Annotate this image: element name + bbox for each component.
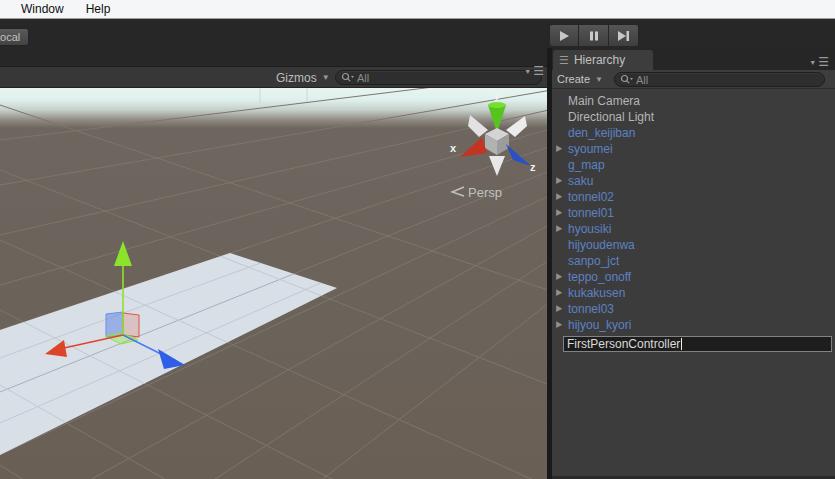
hierarchy-item[interactable]: ▶tonnel01: [552, 205, 835, 221]
rename-input[interactable]: FirstPersonController: [563, 336, 832, 352]
expand-arrow-icon[interactable]: ▶: [552, 220, 564, 238]
expand-arrow-icon[interactable]: ▶: [552, 172, 564, 190]
local-pivot-button[interactable]: Local: [0, 28, 29, 46]
hierarchy-item-label: tonnel03: [564, 302, 614, 316]
menu-window[interactable]: Window: [10, 0, 75, 18]
hierarchy-panel: ☰ Hierarchy ▼☰ Create ▼ All ▶Main Camera…: [552, 48, 835, 479]
hierarchy-item[interactable]: ▶hyousiki: [552, 221, 835, 237]
hierarchy-search-input[interactable]: All: [614, 72, 825, 87]
text-cursor: [681, 338, 682, 350]
hierarchy-item-label: hijyoudenwa: [564, 238, 635, 252]
hierarchy-item-label: Directional Light: [564, 110, 654, 124]
expand-arrow-icon[interactable]: ▶: [552, 188, 564, 206]
hierarchy-item[interactable]: ▶Main Camera: [552, 93, 835, 109]
hierarchy-item[interactable]: ▶g_map: [552, 157, 835, 173]
hierarchy-item[interactable]: ▶sanpo_jct: [552, 253, 835, 269]
hierarchy-item-label: den_keijiban: [564, 126, 635, 140]
hierarchy-item[interactable]: ▶tonnel03: [552, 301, 835, 317]
hierarchy-item-label: Main Camera: [564, 94, 640, 108]
create-label: Create: [557, 73, 590, 85]
rename-input-value: FirstPersonController: [567, 337, 680, 351]
gizmos-label: Gizmos: [276, 71, 317, 85]
hierarchy-item[interactable]: ▶hijyou_kyori: [552, 317, 835, 333]
hierarchy-item-label: hijyou_kyori: [564, 318, 631, 332]
play-controls: [549, 24, 639, 47]
create-dropdown[interactable]: Create ▼: [557, 71, 603, 87]
search-icon: [341, 72, 354, 83]
scene-panel-menu-icon[interactable]: ▼☰: [524, 65, 544, 77]
menu-help[interactable]: Help: [75, 0, 122, 18]
sky-horizon: [0, 88, 547, 128]
hierarchy-item[interactable]: ▶den_keijiban: [552, 125, 835, 141]
play-button[interactable]: [549, 24, 579, 47]
chevron-down-icon: ▼: [322, 73, 330, 82]
hierarchy-item-label: saku: [564, 174, 593, 188]
play-icon: [558, 30, 570, 42]
expand-arrow-icon[interactable]: ▶: [552, 268, 564, 286]
hierarchy-search-placeholder: All: [635, 74, 648, 86]
scene-search-input[interactable]: All: [335, 70, 542, 85]
axis-label-y: y: [494, 89, 501, 101]
persp-label[interactable]: Persp: [468, 185, 502, 200]
expand-arrow-icon[interactable]: ▶: [552, 316, 564, 334]
chevron-down-icon: ▼: [595, 75, 603, 84]
hierarchy-item-label: hyousiki: [564, 222, 611, 236]
hierarchy-tab-label: Hierarchy: [574, 53, 625, 67]
scene-view-toolbar: Gizmos ▼ All ▼☰: [0, 66, 547, 88]
scene-search-placeholder: All: [356, 72, 369, 84]
search-icon: [620, 74, 633, 85]
scene-viewport[interactable]: y x z Persp: [0, 88, 547, 479]
hierarchy-item[interactable]: ▶hijyoudenwa: [552, 237, 835, 253]
expand-arrow-icon[interactable]: ▶: [552, 284, 564, 302]
tab-hierarchy[interactable]: ☰ Hierarchy: [553, 50, 653, 70]
hierarchy-item[interactable]: ▶kukakusen: [552, 285, 835, 301]
pause-button[interactable]: [579, 24, 609, 47]
hierarchy-tabrow: ☰ Hierarchy ▼☰: [552, 48, 835, 70]
hierarchy-item-label: tonnel01: [564, 206, 614, 220]
hierarchy-list-icon: ☰: [559, 54, 569, 67]
expand-arrow-icon[interactable]: ▶: [552, 140, 564, 158]
hierarchy-item-label: g_map: [564, 158, 605, 172]
axis-label-z: z: [530, 161, 536, 173]
hierarchy-item-label: kukakusen: [564, 286, 625, 300]
hierarchy-item[interactable]: ▶Directional Light: [552, 109, 835, 125]
expand-arrow-icon[interactable]: ▶: [552, 300, 564, 318]
hierarchy-item[interactable]: ▶saku: [552, 173, 835, 189]
yz-plane-handle[interactable]: [123, 313, 139, 337]
hierarchy-item-label: tonnel02: [564, 190, 614, 204]
hierarchy-item-label: teppo_onoff: [564, 270, 631, 284]
expand-arrow-icon[interactable]: ▶: [552, 204, 564, 222]
step-icon: [617, 30, 630, 42]
hierarchy-panel-menu-icon[interactable]: ▼☰: [809, 56, 829, 68]
hierarchy-toolbar: Create ▼ All: [552, 70, 835, 89]
hierarchy-list: ▶Main Camera▶Directional Light▶den_keiji…: [552, 89, 835, 479]
hierarchy-item-label: syoumei: [564, 142, 613, 156]
hierarchy-item[interactable]: ▶teppo_onoff: [552, 269, 835, 285]
axis-label-x: x: [450, 142, 457, 154]
step-button[interactable]: [609, 24, 639, 47]
hierarchy-item[interactable]: ▶syoumei: [552, 141, 835, 157]
gizmos-dropdown[interactable]: Gizmos ▼: [276, 69, 330, 86]
menubar: Window Help: [0, 0, 835, 19]
scene-3d-render: y x z Persp: [0, 88, 547, 479]
hierarchy-item[interactable]: ▶tonnel02: [552, 189, 835, 205]
pause-icon: [588, 30, 600, 42]
hierarchy-item-label: sanpo_jct: [564, 254, 619, 268]
